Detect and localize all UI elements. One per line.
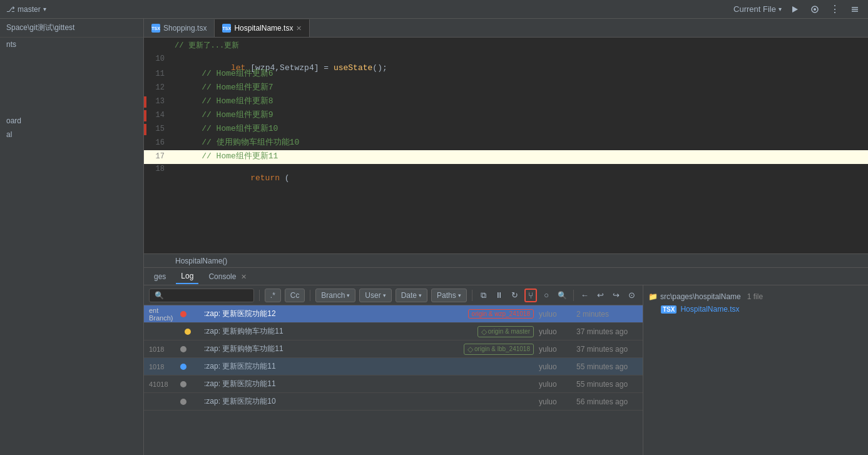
log-row-5[interactable]: 41018 :zap: 更新医院功能11 yuluo 55 minutes ag… [144, 376, 643, 393]
case-label: Cc [290, 291, 300, 300]
code-line-14: 14 // Home组件更新9 [144, 109, 868, 123]
graph-dot-1 [180, 311, 186, 317]
log-right: 📁 src\pages\hospitalName 1 file TSX Hosp… [643, 285, 868, 455]
toolbar-sep-4 [573, 290, 574, 301]
log-table: ent Branch) :zap: 更新医院功能12 origin & wzp_… [144, 305, 643, 455]
regex-label: .* [270, 291, 275, 300]
arrow-left-button[interactable]: ← [579, 289, 591, 302]
hospitalname-tab-label: HospitalName.tsx [234, 24, 293, 33]
log-row-3[interactable]: 1018 :zap: 更新购物车功能11 ◇ origin & lbb_2410… [144, 340, 643, 358]
log-message-3: :zap: 更新购物车功能11 [200, 344, 461, 354]
pause-button[interactable]: ⏸ [493, 289, 505, 302]
eye2-button[interactable]: ⊙ [626, 289, 638, 302]
graph-dot-3 [180, 346, 186, 352]
log-graph-5 [175, 381, 200, 387]
tab-log[interactable]: Log [176, 269, 198, 284]
log-row-4[interactable]: 1018 :zap: 更新医院功能11 yuluo 55 minutes ago [144, 358, 643, 376]
sidebar-item-al-label: al [6, 130, 12, 139]
sidebar-item-nts-label: nts [6, 40, 16, 49]
arrow-left-icon: ← [581, 290, 589, 300]
sidebar-item-board[interactable]: oard [0, 114, 143, 128]
user-chevron-icon: ▾ [383, 292, 386, 299]
log-date-4: 55 minutes ago [574, 362, 643, 371]
branch-chevron-icon: ▾ [347, 292, 350, 299]
branch-badge-2: ◇ origin & master [477, 326, 534, 337]
case-button[interactable]: Cc [285, 289, 305, 302]
svg-marker-0 [792, 6, 798, 13]
debug-button[interactable] [808, 3, 822, 16]
bottom-panel: ges Log Console ✕ [144, 267, 868, 455]
paths-filter-label: Paths [437, 291, 456, 300]
git-icon: ⎇ [6, 5, 15, 14]
sidebar-item-nts[interactable]: nts [0, 38, 143, 51]
file-item[interactable]: TSX HospitalName.tsx [648, 303, 863, 315]
code-line-top: // 更新了...更新 [144, 40, 868, 54]
search2-button[interactable]: 🔍 [556, 289, 568, 302]
log-row-2[interactable]: :zap: 更新购物车功能11 ◇ origin & master yuluo … [144, 323, 643, 340]
user-filter-button[interactable]: User ▾ [359, 289, 391, 302]
graph-dot-5 [180, 381, 186, 387]
left-sidebar: Space\git测试\gittest nts oard al [0, 19, 144, 455]
log-author-2: yuluo [536, 327, 574, 336]
eye-button[interactable]: ○ [541, 289, 553, 302]
log-date-1: 2 minutes [574, 310, 643, 319]
code-line-12: 12 // Home组件更新7 [144, 81, 868, 95]
log-author-3: yuluo [536, 345, 574, 354]
log-author-6: yuluo [536, 397, 574, 406]
tab-console[interactable]: Console ✕ [203, 270, 251, 284]
branch-badge-3: ◇ origin & lbb_241018 [464, 344, 534, 355]
shopping-tab-icon: TSX [151, 24, 160, 33]
log-graph-1 [175, 311, 200, 317]
log-date-2: 37 minutes ago [574, 327, 643, 336]
breadcrumb-text: HospitalName() [175, 257, 227, 265]
branch-label-5: 41018 [144, 381, 175, 388]
new-tab-button[interactable]: ⧉ [477, 289, 489, 302]
log-search-input[interactable] [149, 289, 254, 302]
log-graph-6 [175, 399, 200, 405]
sidebar-item-al[interactable]: al [0, 128, 143, 141]
paths-filter-button[interactable]: Paths ▾ [431, 289, 467, 302]
branch-name: master [18, 5, 41, 14]
pause-icon: ⏸ [495, 290, 503, 300]
gutter-mark-14 [144, 110, 146, 121]
main-area: Space\git测试\gittest nts oard al TSX Shop… [0, 19, 868, 455]
log-date-3: 37 minutes ago [574, 345, 643, 354]
log-branches-1: origin & wzp_241018 [466, 309, 536, 319]
tab-ges[interactable]: ges [149, 270, 171, 284]
eye2-icon: ⊙ [628, 290, 635, 300]
log-date-6: 56 minutes ago [574, 397, 643, 406]
branch-label-3: 1018 [144, 345, 175, 353]
regex-button[interactable]: .* [265, 289, 281, 302]
log-graph-4 [175, 364, 200, 370]
run-button[interactable] [788, 3, 802, 16]
log-message-4: :zap: 更新医院功能11 [200, 361, 531, 372]
branch-selector[interactable]: ⎇ master ▾ [6, 5, 46, 14]
cherry-pick-button[interactable]: ⑂ [524, 289, 537, 302]
hospitalname-tab-close[interactable]: ✕ [296, 24, 302, 33]
console-tab-close-icon[interactable]: ✕ [241, 273, 247, 280]
gutter-mark-13 [144, 96, 146, 108]
settings-expand-button[interactable] [848, 3, 862, 16]
current-file-button[interactable]: Current File ▾ [733, 4, 782, 14]
breadcrumb: HospitalName() [144, 253, 868, 267]
undo-button[interactable]: ↩ [595, 289, 606, 302]
refresh-button[interactable]: ↻ [509, 289, 521, 302]
more-button[interactable]: ⋮ [828, 3, 842, 16]
tab-hospitalname[interactable]: TSX HospitalName.tsx ✕ [215, 19, 310, 37]
date-filter-label: Date [401, 291, 417, 300]
top-bar: ⎇ master ▾ Current File ▾ ⋮ [0, 0, 868, 19]
branch-filter-button[interactable]: Branch ▾ [315, 289, 355, 302]
tab-shopping[interactable]: TSX Shopping.tsx [144, 19, 215, 37]
folder-icon: 📁 [648, 292, 658, 301]
code-line-15: 15 // Home组件更新10 [144, 123, 868, 136]
date-filter-button[interactable]: Date ▾ [396, 289, 427, 302]
branch-badge-1-text: origin & wzp_241018 [472, 310, 530, 317]
file-count: 1 file [747, 292, 763, 301]
code-area[interactable]: // 更新了...更新 10 let [wzp4,Setwzp4] = useS… [144, 38, 868, 267]
branch-badge-3-text: origin & lbb_241018 [474, 345, 530, 352]
log-row-6[interactable]: :zap: 更新医院功能10 yuluo 56 minutes ago [144, 393, 643, 411]
log-row-1[interactable]: ent Branch) :zap: 更新医院功能12 origin & wzp_… [144, 305, 643, 323]
log-graph-3 [175, 346, 200, 352]
toolbar-sep-3 [472, 290, 472, 301]
redo-button[interactable]: ↪ [610, 289, 622, 302]
